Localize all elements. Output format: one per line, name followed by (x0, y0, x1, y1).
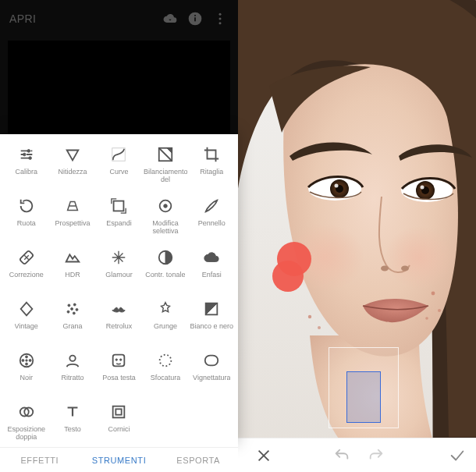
tool-espdoppia[interactable]: Esposizione doppia (3, 403, 49, 447)
svg-point-33 (160, 355, 172, 367)
svg-point-3 (219, 13, 222, 16)
tool-label: Enfasi (202, 271, 222, 279)
svg-point-4 (219, 18, 222, 20)
svg-point-56 (425, 317, 428, 320)
svg-point-17 (73, 303, 76, 306)
redo-button[interactable] (361, 447, 391, 464)
tool-contrtonale[interactable]: Contr. tonale (142, 248, 188, 298)
tool-label: Grana (63, 322, 83, 330)
healing-brush-mark (272, 242, 314, 292)
tool-hdr[interactable]: HDR (49, 248, 95, 298)
hdr-icon (63, 248, 82, 267)
tool-label: Cornici (108, 425, 130, 433)
tool-calibra[interactable]: Calibra (3, 145, 49, 195)
tool-nitidezza[interactable]: Nitidezza (49, 145, 95, 195)
tool-ruota[interactable]: Ruota (3, 197, 49, 247)
source-sample-frame[interactable] (329, 347, 399, 428)
tool-grana[interactable]: Grana (49, 300, 95, 350)
tool-espandi[interactable]: Espandi (96, 197, 142, 247)
portrait-icon (63, 351, 82, 370)
tab-effetti[interactable]: EFFETTI (0, 448, 80, 472)
apply-button[interactable] (439, 447, 476, 464)
svg-rect-11 (114, 201, 124, 211)
svg-point-51 (401, 266, 409, 271)
tool-label: Glamour (105, 271, 133, 279)
svg-point-26 (25, 363, 27, 365)
svg-point-49 (421, 186, 424, 190)
tool-label: Vintage (15, 322, 38, 330)
tool-testo[interactable]: Testo (49, 403, 95, 447)
tool-label: Testo (64, 425, 81, 433)
tool-label: Espandi (106, 219, 132, 227)
cloud-sync-icon[interactable] (162, 10, 179, 27)
tab-strumenti[interactable]: STRUMENTI (80, 448, 159, 472)
tool-label: Calibra (15, 168, 37, 176)
cloud-icon (202, 248, 221, 267)
open-button[interactable]: APRI (9, 12, 154, 25)
tool-pennello[interactable]: Pennello (189, 197, 235, 247)
tool-label: Sfocatura (151, 374, 181, 382)
info-icon[interactable] (186, 10, 204, 27)
svg-point-55 (438, 309, 441, 312)
tool-label: Correzione (9, 271, 44, 279)
edit-screen (238, 0, 476, 472)
tool-retrolux[interactable]: Retrolux (96, 300, 142, 350)
tool-noir[interactable]: Noir (3, 351, 49, 401)
tool-label: Ritratto (62, 374, 84, 382)
tool-posatesta[interactable]: Posa testa (96, 351, 142, 401)
perspective-icon (63, 197, 82, 215)
svg-point-54 (432, 292, 435, 296)
svg-point-31 (116, 359, 118, 360)
svg-point-16 (68, 304, 70, 307)
expand-icon (109, 197, 128, 215)
tool-curve[interactable]: Curve (96, 145, 142, 195)
tool-label: Bilanciamento del (144, 168, 187, 184)
tool-correzione[interactable]: Correzione (3, 248, 49, 298)
tool-bilanciamento[interactable]: Bilanciamento del (142, 145, 188, 195)
tool-enfasi[interactable]: Enfasi (189, 248, 235, 298)
cancel-button[interactable] (249, 447, 279, 464)
face-icon (109, 351, 128, 370)
tool-modsel[interactable]: Modifica selettiva (142, 197, 188, 247)
svg-point-24 (25, 356, 27, 358)
tool-cornici[interactable]: Cornici (96, 403, 142, 447)
tool-label: HDR (65, 271, 80, 279)
tool-vignettatura[interactable]: Vignettatura (189, 351, 235, 401)
bw-icon (202, 300, 221, 318)
sliders-icon (17, 145, 36, 164)
tool-label: Vignettatura (193, 374, 230, 382)
tool-vintage[interactable]: Vintage (3, 300, 49, 350)
tool-label: Posa testa (102, 374, 136, 382)
tool-grunge[interactable]: Grunge (142, 300, 188, 350)
svg-point-8 (28, 157, 31, 160)
text-icon (63, 403, 82, 421)
svg-point-18 (71, 308, 73, 311)
grain-icon (63, 300, 82, 318)
source-sample-inner[interactable] (346, 371, 381, 423)
tool-glamour[interactable]: Glamour (96, 248, 142, 298)
tab-esporta[interactable]: ESPORTA (158, 448, 238, 472)
reel-icon (17, 351, 36, 370)
svg-point-29 (69, 356, 75, 361)
svg-point-53 (318, 326, 321, 329)
svg-rect-34 (205, 356, 218, 366)
tool-prospettiva[interactable]: Prospettiva (49, 197, 95, 247)
tool-ritaglia[interactable]: Ritaglia (189, 145, 235, 195)
svg-point-7 (23, 153, 26, 156)
tool-ritratto[interactable]: Ritratto (49, 351, 95, 401)
undo-button[interactable] (327, 447, 357, 464)
svg-point-27 (22, 360, 24, 362)
svg-point-32 (120, 359, 122, 360)
tool-label: Ruota (17, 219, 36, 227)
tool-bianconero[interactable]: Bianco e nero (189, 300, 235, 350)
frame-icon (109, 403, 128, 421)
rotate-icon (17, 197, 36, 215)
more-icon[interactable] (211, 10, 229, 27)
tool-label: Bianco e nero (190, 322, 234, 330)
tool-sfocatura[interactable]: Sfocatura (142, 351, 188, 401)
diamond-icon (17, 300, 36, 318)
tool-label: Nitidezza (59, 168, 87, 176)
tool-label: Curve (109, 168, 128, 176)
curve-icon (109, 145, 128, 164)
svg-point-50 (381, 266, 389, 271)
